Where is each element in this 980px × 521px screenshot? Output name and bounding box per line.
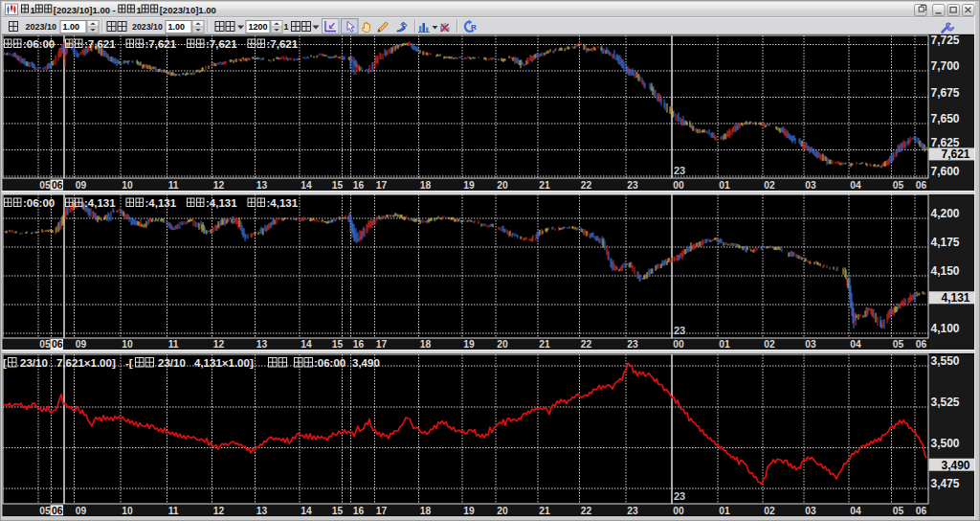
svg-text:21: 21 — [539, 180, 550, 191]
svg-text:18: 18 — [420, 180, 432, 191]
svg-text:1.00]: 1.00] — [229, 357, 254, 369]
svg-text:1200: 1200 — [249, 22, 268, 32]
svg-text:23: 23 — [627, 506, 638, 516]
svg-text:19: 19 — [463, 339, 475, 350]
svg-text:[: [ — [3, 357, 7, 369]
svg-text:18: 18 — [420, 339, 432, 350]
svg-text:04: 04 — [850, 339, 861, 350]
svg-text:00: 00 — [673, 339, 684, 350]
svg-text:16: 16 — [353, 180, 365, 191]
svg-text:06: 06 — [916, 180, 927, 191]
svg-text:4,150: 4,150 — [931, 264, 960, 278]
svg-text:15: 15 — [332, 339, 344, 350]
svg-text:14: 14 — [301, 506, 312, 516]
svg-text:22: 22 — [581, 180, 592, 191]
svg-text:01: 01 — [719, 180, 730, 191]
svg-text:2023/10: 2023/10 — [132, 22, 163, 32]
svg-text:04: 04 — [850, 180, 861, 191]
svg-text:12: 12 — [213, 506, 225, 516]
svg-text:13: 13 — [256, 506, 268, 516]
svg-text:22: 22 — [581, 339, 592, 350]
svg-text:05: 05 — [39, 339, 51, 350]
svg-text:23: 23 — [674, 490, 685, 502]
svg-text:1.00: 1.00 — [168, 22, 186, 32]
svg-text:4,131: 4,131 — [942, 291, 970, 305]
svg-text:05: 05 — [893, 339, 904, 350]
svg-text:14: 14 — [301, 339, 312, 350]
svg-text:1.00]: 1.00] — [91, 357, 116, 369]
svg-text:3,475: 3,475 — [931, 477, 960, 490]
svg-text:1: 1 — [136, 5, 142, 15]
svg-text:7,675: 7,675 — [931, 86, 960, 100]
svg-text:06: 06 — [52, 180, 63, 191]
svg-text::7,621: :7,621 — [145, 38, 177, 50]
svg-text:3,490: 3,490 — [942, 459, 970, 472]
svg-text:22: 22 — [581, 506, 592, 516]
svg-text:2023/10: 2023/10 — [26, 22, 57, 32]
svg-text:20: 20 — [497, 506, 508, 516]
svg-text:7,725: 7,725 — [931, 34, 960, 47]
svg-text:4,175: 4,175 — [931, 236, 960, 249]
svg-text:23/10: 23/10 — [158, 357, 186, 369]
svg-text:7,700: 7,700 — [931, 59, 960, 73]
svg-text:03: 03 — [805, 339, 816, 350]
svg-text:3,525: 3,525 — [931, 396, 960, 409]
svg-text:1.00: 1.00 — [63, 22, 80, 32]
svg-text:14: 14 — [301, 180, 312, 191]
svg-text:05: 05 — [39, 506, 51, 516]
svg-text:4,100: 4,100 — [931, 322, 960, 335]
svg-text::7,621: :7,621 — [84, 38, 116, 50]
svg-text:11: 11 — [168, 506, 179, 516]
svg-text:16: 16 — [353, 506, 365, 516]
svg-text:15: 15 — [332, 506, 344, 516]
svg-text:02: 02 — [764, 339, 775, 350]
svg-text:4,131: 4,131 — [194, 357, 222, 369]
svg-text::4,131: :4,131 — [84, 197, 116, 209]
svg-text:05: 05 — [893, 506, 904, 516]
svg-text::4,131: :4,131 — [145, 197, 177, 209]
svg-text:01: 01 — [719, 506, 730, 516]
svg-text:23: 23 — [627, 180, 638, 191]
svg-text:10: 10 — [122, 339, 133, 350]
svg-text::7,621: :7,621 — [267, 38, 299, 50]
svg-text:11: 11 — [168, 180, 179, 191]
svg-text:20: 20 — [497, 180, 508, 191]
svg-text:4,200: 4,200 — [931, 207, 960, 220]
svg-text:06: 06 — [52, 506, 63, 516]
svg-text:23: 23 — [674, 165, 685, 176]
svg-text::4,131: :4,131 — [267, 197, 299, 209]
svg-text:7,621: 7,621 — [56, 357, 84, 369]
svg-text:15: 15 — [332, 180, 344, 191]
svg-text:20: 20 — [497, 339, 508, 350]
svg-text:10: 10 — [122, 180, 133, 191]
svg-text:23: 23 — [674, 325, 685, 336]
svg-text:02: 02 — [764, 506, 775, 516]
svg-text:3,500: 3,500 — [931, 437, 960, 450]
svg-text:12: 12 — [213, 180, 225, 191]
svg-text:23/10: 23/10 — [20, 357, 48, 369]
svg-text:1: 1 — [284, 22, 289, 32]
svg-text:06: 06 — [916, 339, 927, 350]
svg-text:17: 17 — [376, 339, 388, 350]
svg-text:[: [ — [129, 357, 133, 369]
svg-text:19: 19 — [463, 506, 475, 516]
svg-text:23: 23 — [627, 339, 638, 350]
svg-text:03: 03 — [805, 180, 816, 191]
svg-text:13: 13 — [256, 339, 268, 350]
svg-text:21: 21 — [539, 506, 550, 516]
svg-text:00: 00 — [673, 506, 684, 516]
svg-text:19: 19 — [463, 180, 475, 191]
svg-text:7,621: 7,621 — [942, 147, 970, 161]
svg-text:7,650: 7,650 — [931, 112, 960, 125]
svg-text::4,131: :4,131 — [206, 197, 237, 209]
svg-text:09: 09 — [76, 506, 87, 516]
svg-text:[2023/10]1.00: [2023/10]1.00 — [160, 5, 216, 15]
svg-text:09: 09 — [76, 339, 87, 350]
svg-text::06:00: :06:00 — [23, 38, 55, 50]
svg-text:06: 06 — [52, 339, 63, 350]
svg-text:11: 11 — [168, 339, 179, 350]
svg-text:7,600: 7,600 — [931, 165, 960, 178]
svg-text::06:00: :06:00 — [23, 197, 55, 209]
svg-text:17: 17 — [376, 180, 388, 191]
svg-text:17: 17 — [376, 506, 388, 516]
